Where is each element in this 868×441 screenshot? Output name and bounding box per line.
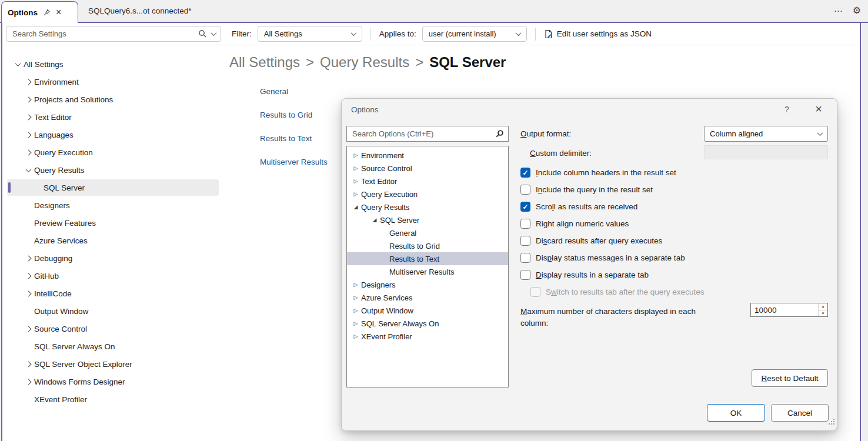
sidebar-item-designers[interactable]: Designers (2, 196, 225, 214)
sidebar-item-source-control[interactable]: Source Control (2, 320, 225, 338)
reset-to-default-button[interactable]: Reset to Default (752, 369, 828, 387)
max-chars-spinner[interactable]: ▲ ▼ (750, 303, 828, 317)
sidebar-item-label: Text Editor (34, 113, 72, 122)
resize-grip[interactable] (829, 423, 830, 425)
search-icon[interactable] (198, 29, 207, 38)
sidebar-item-debugging[interactable]: Debugging (2, 249, 225, 267)
expander-slot[interactable] (22, 327, 34, 331)
output-format-dropdown[interactable]: Column aligned (704, 126, 828, 142)
expander-slot[interactable] (22, 380, 34, 384)
section-link-results-to-grid[interactable]: Results to Grid (260, 103, 328, 127)
section-link-results-to-text[interactable]: Results to Text (260, 127, 328, 151)
tab-options[interactable]: Options × (1, 1, 78, 23)
section-link-multiserver-results[interactable]: Multiserver Results (260, 151, 328, 174)
sidebar-item-text-editor[interactable]: Text Editor (2, 108, 225, 126)
search-options-chevron-icon[interactable] (211, 30, 217, 36)
dialog-search-box[interactable] (346, 126, 509, 142)
sidebar-item-github[interactable]: GitHub (2, 267, 225, 285)
expander-slot[interactable] (22, 133, 34, 137)
close-icon[interactable]: × (813, 103, 824, 115)
expander-slot[interactable] (22, 80, 34, 84)
tab-sqlquery[interactable]: SQLQuery6.s...ot connected* (79, 0, 201, 22)
dialog-search-input[interactable] (351, 129, 492, 139)
sidebar-item-xevent-profiler[interactable]: XEvent Profiler (2, 390, 225, 408)
options-tree-item-sql-server-always-on[interactable]: ▷SQL Server Always On (347, 317, 508, 330)
tree-collapsed-icon[interactable]: ▷ (350, 165, 361, 171)
options-tree-item-multiserver-results[interactable]: Multiserver Results (347, 265, 508, 278)
sidebar-item-windows-forms-designer[interactable]: Windows Forms Designer (2, 373, 225, 390)
overflow-menu-icon[interactable]: ⋯ (834, 6, 843, 15)
tree-collapsed-icon[interactable]: ▷ (350, 152, 361, 158)
tree-expanded-icon[interactable]: ◢ (350, 204, 361, 210)
sidebar-item-intellicode[interactable]: IntelliCode (2, 285, 225, 302)
unchecked-checkbox-display-status-messages-in-a-separate-tab[interactable] (520, 253, 530, 263)
expander-slot[interactable] (22, 274, 34, 278)
options-tree-item-results-to-text[interactable]: Results to Text (347, 252, 508, 265)
options-tree-item-source-control[interactable]: ▷Source Control (347, 162, 508, 175)
options-tree-item-designers[interactable]: ▷Designers (347, 278, 508, 291)
tree-collapsed-icon[interactable]: ▷ (350, 191, 361, 197)
sidebar-item-output-window[interactable]: Output Window (2, 302, 225, 320)
sidebar-item-query-results[interactable]: Query Results (2, 161, 225, 179)
gear-icon[interactable]: ⚙ (853, 6, 861, 15)
sidebar-item-sql-server-object-explorer[interactable]: SQL Server Object Explorer (2, 355, 225, 373)
options-tree-item-output-window[interactable]: ▷Output Window (347, 304, 508, 317)
expander-slot[interactable] (22, 115, 34, 119)
unchecked-checkbox-display-results-in-a-separate-tab[interactable] (520, 270, 530, 280)
expander-slot[interactable] (12, 62, 24, 66)
search-input[interactable] (11, 29, 193, 39)
tree-collapsed-icon[interactable]: ▷ (350, 320, 361, 326)
ok-button[interactable]: OK (707, 404, 765, 422)
tree-collapsed-icon[interactable]: ▷ (350, 282, 361, 288)
tree-collapsed-icon[interactable]: ▷ (350, 308, 361, 313)
section-link-general[interactable]: General (260, 80, 328, 103)
tree-collapsed-icon[interactable]: ▷ (350, 333, 361, 339)
sidebar-item-projects-and-solutions[interactable]: Projects and Solutions (2, 91, 225, 108)
unchecked-checkbox-discard-results-after-query-executes[interactable] (520, 236, 530, 246)
settings-search-box[interactable] (6, 26, 221, 42)
checked-checkbox-include-column-headers-in-the-result-set[interactable]: ✓ (520, 168, 530, 178)
options-tree-item-results-to-grid[interactable]: Results to Grid (347, 239, 508, 252)
expander-slot[interactable] (22, 98, 34, 102)
pin-icon[interactable] (43, 9, 51, 16)
help-icon[interactable]: ? (782, 105, 792, 114)
sidebar-item-azure-services[interactable]: Azure Services (2, 232, 225, 249)
sidebar-item-languages[interactable]: Languages (2, 126, 225, 143)
options-tree-item-query-results[interactable]: ◢Query Results (347, 201, 508, 213)
tree-expanded-icon[interactable]: ◢ (369, 217, 380, 223)
unchecked-checkbox-include-the-query-in-the-result-set[interactable] (520, 185, 530, 195)
sidebar-item-sql-server[interactable]: SQL Server (2, 179, 225, 196)
tree-collapsed-icon[interactable]: ▷ (350, 178, 361, 184)
applies-to-dropdown[interactable]: user (current install) (422, 26, 527, 42)
expander-slot[interactable] (22, 151, 34, 155)
checked-checkbox-scroll-as-results-are-received[interactable]: ✓ (520, 202, 530, 212)
expander-slot[interactable] (22, 256, 34, 260)
options-tree-item-query-execution[interactable]: ▷Query Execution (347, 188, 508, 201)
close-tab-icon[interactable]: × (56, 8, 61, 17)
spin-up-icon[interactable]: ▲ (819, 303, 827, 310)
spin-down-icon[interactable]: ▼ (819, 310, 827, 317)
filter-dropdown[interactable]: All Settings (258, 26, 362, 42)
max-chars-input[interactable] (751, 303, 818, 316)
expander-slot[interactable] (22, 292, 34, 296)
expander-slot[interactable] (22, 168, 34, 172)
options-tree-item-xevent-profiler[interactable]: ▷XEvent Profiler (347, 330, 508, 343)
options-tree-item-text-editor[interactable]: ▷Text Editor (347, 175, 508, 188)
options-tree-item-azure-services[interactable]: ▷Azure Services (347, 291, 508, 304)
options-tree-item-environment[interactable]: ▷Environment (347, 149, 508, 162)
sidebar-item-preview-features[interactable]: Preview Features (2, 214, 225, 232)
cancel-button[interactable]: Cancel (771, 404, 829, 422)
sidebar-item-environment[interactable]: Environment (2, 73, 225, 91)
expander-slot[interactable] (22, 362, 34, 366)
breadcrumb-all-settings[interactable]: All Settings (229, 54, 300, 71)
unchecked-checkbox-right-align-numeric-values[interactable] (520, 219, 530, 229)
sidebar-item-sql-server-always-on[interactable]: SQL Server Always On (2, 338, 225, 355)
sidebar-item-all-settings[interactable]: All Settings (2, 55, 225, 73)
tab-bar: Options × SQLQuery6.s...ot connected* ⋯ … (0, 0, 868, 22)
sidebar-item-query-execution[interactable]: Query Execution (2, 143, 225, 161)
options-tree-item-general[interactable]: General (347, 226, 508, 239)
tree-collapsed-icon[interactable]: ▷ (350, 295, 361, 300)
options-tree-item-sql-server[interactable]: ◢SQL Server (347, 213, 508, 226)
edit-json-button[interactable]: Edit user settings as JSON (544, 29, 652, 39)
breadcrumb-query-results[interactable]: Query Results (320, 54, 409, 71)
